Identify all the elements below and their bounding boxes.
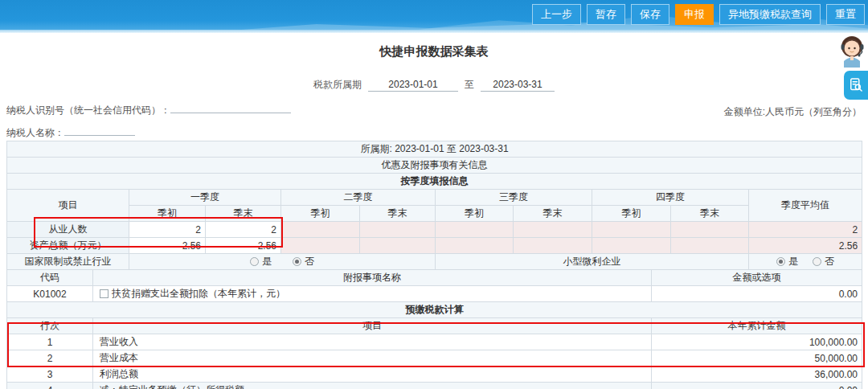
period-to-label: 至 [465, 78, 474, 92]
period-end-field[interactable]: 2023-03-31 [481, 79, 555, 92]
poverty-donation-checkbox[interactable] [100, 289, 108, 298]
employees-q1-end-cell[interactable]: 2 [206, 222, 281, 238]
prepay-line-header: 行次 [7, 318, 93, 334]
col-header-q3-start: 季初 [436, 206, 514, 222]
addenda-section-title: 优惠及附报事项有关信息 [7, 158, 862, 174]
addenda-name-cell: 扶贫捐赠支出全额扣除（本年累计，元） [93, 286, 652, 302]
remote-prepaid-tax-query-button[interactable]: 异地预缴税款查询 [719, 4, 821, 25]
assets-q4-end-cell [671, 238, 749, 254]
employees-q3-end-cell [514, 222, 592, 238]
col-header-q2-start: 季初 [281, 206, 360, 222]
employees-q1-start-cell[interactable]: 2 [129, 222, 206, 238]
small-micro-radios: 是 否 [749, 254, 862, 270]
radio-icon[interactable] [293, 257, 301, 266]
form-table: 所属期: 2023-01-01 至 2023-03-31 优惠及附报事项有关信息… [6, 141, 862, 389]
banner-bottom-strip [0, 30, 868, 33]
col-header-q4-start: 季初 [592, 206, 671, 222]
report-search-fab[interactable] [844, 71, 868, 100]
addenda-name-header: 附报事项名称 [93, 270, 652, 286]
employees-q4-end-cell [671, 222, 749, 238]
prepay-section-title: 预缴税款计算 [7, 302, 862, 318]
taxpayer-name-line: 纳税人名称： [6, 126, 135, 140]
row-label-employees: 从业人数 [7, 222, 129, 238]
small-micro-no-option[interactable]: 否 [813, 255, 834, 268]
small-micro-yes-option[interactable]: 是 [776, 255, 798, 268]
prepay-row-no: 2 [7, 350, 93, 366]
tax-period-label: 税款所属期 [313, 78, 362, 92]
previous-step-button[interactable]: 上一步 [532, 4, 581, 25]
addenda-code-cell: K01002 [7, 286, 93, 302]
restricted-yes-option[interactable]: 是 [250, 255, 272, 268]
period-start-field[interactable]: 2023-01-01 [368, 79, 458, 92]
employees-average-cell: 2 [749, 222, 862, 238]
temp-save-button[interactable]: 暂存 [587, 4, 625, 25]
amount-unit-note: 金额单位:人民币元（列至角分） [724, 105, 862, 119]
prepay-row-item-operating-cost: 营业成本 [93, 350, 652, 366]
assistant-avatar[interactable] [837, 34, 867, 68]
col-header-q4-end: 季末 [671, 206, 749, 222]
row-label-restricted-industry: 国家限制或禁止行业 [7, 254, 129, 270]
col-header-q1-start: 季初 [129, 206, 206, 222]
prepay-item-header: 项目 [93, 318, 652, 334]
assets-q3-start-cell [436, 238, 514, 254]
operating-income-amount-cell[interactable]: 100,000.00 [652, 334, 862, 350]
employees-q3-start-cell [436, 222, 514, 238]
quarterly-info-table: 所属期: 2023-01-01 至 2023-03-31 优惠及附报事项有关信息… [6, 141, 862, 270]
employees-q2-end-cell [360, 222, 436, 238]
prepay-row-item-total-profit: 利润总额 [93, 366, 652, 383]
toolbar: 上一步 暂存 保存 申报 异地预缴税款查询 重置 [532, 4, 865, 25]
restricted-industry-radios: 是 否 [129, 254, 436, 270]
col-header-q3-end: 季末 [514, 206, 592, 222]
employees-q2-start-cell [281, 222, 360, 238]
document-search-icon [848, 76, 864, 94]
prepay-row-no: 4 [7, 383, 93, 389]
col-header-q2: 二季度 [281, 190, 436, 206]
belonging-period-row: 所属期: 2023-01-01 至 2023-03-31 [7, 141, 862, 158]
row-label-total-assets: 资产总额（万元） [7, 238, 129, 254]
total-profit-amount-cell[interactable]: 36,000.00 [652, 366, 862, 383]
restricted-no-option[interactable]: 否 [293, 255, 314, 268]
small-micro-enterprise-label: 小型微利企业 [436, 254, 749, 270]
taxpayer-name-label: 纳税人名称： [6, 127, 64, 138]
quarterly-section-title: 按季度填报信息 [7, 174, 862, 190]
page-title: 快捷申报数据采集表 [0, 44, 868, 59]
assets-q1-end-cell[interactable]: 2.56 [206, 238, 281, 254]
assets-q4-start-cell [592, 238, 671, 254]
col-header-quarter-average: 季度平均值 [749, 190, 862, 222]
col-header-q4: 四季度 [592, 190, 749, 206]
addenda-code-header: 代码 [7, 270, 93, 286]
employees-q4-start-cell [592, 222, 671, 238]
assets-average-cell: 2.56 [749, 238, 862, 254]
assets-q1-start-cell[interactable]: 2.56 [129, 238, 206, 254]
addenda-table: 代码 附报事项名称 金额或选项 K01002 扶贫捐赠支出全额扣除（本年累计，元… [6, 269, 862, 318]
declare-button[interactable]: 申报 [675, 4, 714, 25]
assets-q2-start-cell [281, 238, 360, 254]
prepay-row-no: 3 [7, 366, 93, 383]
col-header-q2-end: 季末 [360, 206, 436, 222]
assets-q3-end-cell [514, 238, 592, 254]
taxpayer-name-field[interactable] [64, 134, 135, 136]
operating-cost-amount-cell[interactable]: 50,000.00 [652, 350, 862, 366]
radio-icon[interactable] [250, 257, 259, 266]
prepay-row-item-specific-business: 减：特定业务预缴（征）所得税额 [93, 383, 652, 389]
taxpayer-id-field[interactable] [170, 112, 291, 113]
col-header-q1-end: 季末 [206, 206, 281, 222]
prepay-row-item-operating-income: 营业收入 [93, 334, 652, 350]
addenda-amount-cell[interactable]: 0.00 [652, 286, 862, 302]
radio-icon[interactable] [813, 257, 821, 266]
save-button[interactable]: 保存 [631, 4, 669, 25]
col-header-q3: 三季度 [436, 190, 592, 206]
addenda-amount-header: 金额或选项 [652, 270, 862, 286]
radio-icon[interactable] [776, 257, 785, 266]
taxpayer-id-label: 纳税人识别号（统一社会信用代码）： [6, 104, 170, 116]
prepay-table: 行次 项目 本年累计金额 1 营业收入 100,000.00 2 营业成本 50… [6, 317, 862, 389]
col-header-q1: 一季度 [129, 190, 281, 206]
col-header-item: 项目 [7, 190, 129, 222]
prepay-row-no: 1 [7, 334, 93, 350]
reset-button[interactable]: 重置 [826, 4, 865, 25]
specific-business-amount-cell: 0.00 [652, 383, 862, 389]
assets-q2-end-cell [360, 238, 436, 254]
tax-period-line: 税款所属期 2023-01-01 至 2023-03-31 [0, 78, 868, 92]
prepay-amount-header: 本年累计金额 [652, 318, 862, 334]
page: 上一步 暂存 保存 申报 异地预缴税款查询 重置 [0, 0, 868, 389]
